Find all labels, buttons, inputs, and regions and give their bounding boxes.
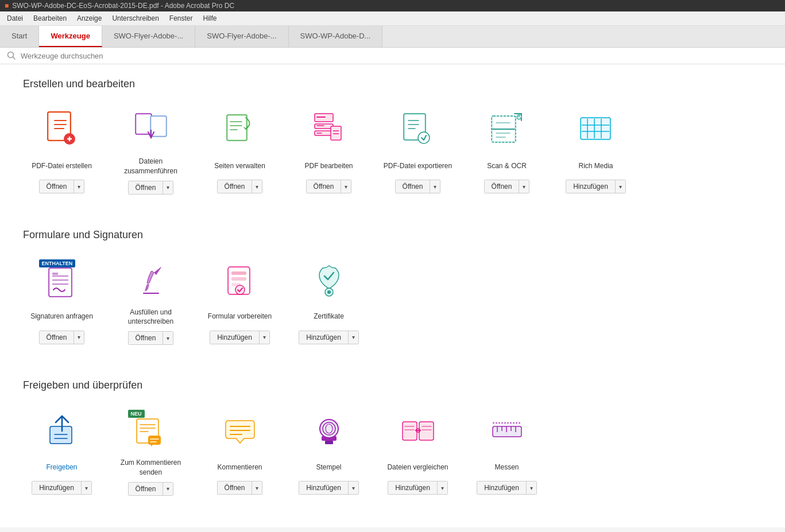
btn-zertifikate-dropdown[interactable]: ▾ — [348, 331, 358, 344]
btn-dateien-vergleichen-dropdown[interactable]: ▾ — [437, 481, 447, 494]
tool-seiten-verwalten: Seiten verwalten Öffnen ▾ — [201, 106, 279, 195]
menu-anzeige[interactable]: Anzeige — [72, 13, 106, 24]
tool-formular-vorbereiten: Formular vorbereiten Hinzufügen ▾ — [201, 257, 279, 345]
btn-group-messen: Hinzufügen ▾ — [477, 481, 537, 495]
tool-scan-ocr: Scan & OCR Öffnen ▾ — [468, 106, 546, 195]
menu-datei[interactable]: Datei — [2, 13, 28, 24]
tool-signaturen-anfragen: ENTHALTEN Signaturen anfragen Öffnen ▾ — [23, 257, 100, 345]
btn-rich-media[interactable]: Hinzufügen — [566, 180, 615, 193]
btn-rich-media-dropdown[interactable]: ▾ — [615, 180, 625, 193]
btn-zum-kommentieren-senden-dropdown[interactable]: ▾ — [163, 483, 173, 495]
btn-pdf-bearbeiten-dropdown[interactable]: ▾ — [341, 180, 351, 193]
btn-pdf-exportieren[interactable]: Öffnen — [396, 180, 430, 193]
menu-unterschreiben[interactable]: Unterschreiben — [107, 13, 163, 24]
menu-fenster[interactable]: Fenster — [165, 13, 198, 24]
tool-dateien-zusammenfuehren: Dateien zusammenführen Öffnen ▾ — [112, 106, 190, 195]
btn-pdf-exportieren-dropdown[interactable]: ▾ — [430, 180, 440, 193]
btn-group-pdf-exportieren: Öffnen ▾ — [395, 180, 441, 193]
tab-flyer1[interactable]: SWO-Flyer-Adobe-... — [102, 26, 195, 47]
tool-label-stempel: Stempel — [316, 458, 341, 476]
btn-pdf-erstellen-dropdown[interactable]: ▾ — [74, 180, 84, 193]
btn-group-stempel: Hinzufügen ▾ — [299, 481, 359, 495]
btn-group-signaturen-anfragen: Öffnen ▾ — [39, 331, 85, 344]
tool-icon-rich-media — [573, 106, 619, 152]
btn-signaturen-anfragen-dropdown[interactable]: ▾ — [74, 331, 84, 344]
btn-freigeben[interactable]: Hinzufügen — [32, 481, 81, 494]
btn-messen[interactable]: Hinzufügen — [477, 481, 526, 494]
btn-group-zertifikate: Hinzufügen ▾ — [299, 331, 359, 344]
btn-kommentieren-dropdown[interactable]: ▾ — [252, 481, 262, 494]
tool-zum-kommentieren-senden: NEU Zum Kommentieren senden Öffnen — [112, 407, 190, 496]
btn-pdf-bearbeiten[interactable]: Öffnen — [307, 180, 341, 193]
btn-group-pdf-bearbeiten: Öffnen ▾ — [306, 180, 352, 193]
tab-wp[interactable]: SWO-WP-Adobe-D... — [289, 26, 383, 47]
tool-icon-pdf-bearbeiten — [306, 106, 352, 152]
section-freigeben-title: Freigeben und überprüfen — [23, 379, 762, 391]
tool-freigeben: Freigeben Hinzufügen ▾ — [23, 407, 100, 496]
tab-start[interactable]: Start — [0, 26, 39, 47]
svg-point-59 — [327, 290, 331, 294]
tool-zertifikate: Zertifikate Hinzufügen ▾ — [290, 257, 368, 345]
main-content: Erstellen und bearbeiten PDF-Datei erste… — [0, 64, 785, 527]
tool-label-pdf-bearbeiten: PDF bearbeiten — [304, 157, 353, 175]
btn-signaturen-anfragen[interactable]: Öffnen — [40, 331, 74, 344]
btn-kommentieren[interactable]: Öffnen — [218, 481, 252, 494]
tab-werkzeuge[interactable]: Werkzeuge — [39, 26, 102, 47]
btn-zum-kommentieren-senden[interactable]: Öffnen — [129, 483, 163, 495]
btn-group-scan-ocr: Öffnen ▾ — [484, 180, 530, 193]
search-bar — [0, 48, 785, 64]
btn-ausfuellen-unterschreiben-dropdown[interactable]: ▾ — [163, 332, 173, 344]
svg-rect-40 — [582, 119, 609, 138]
menu-hilfe[interactable]: Hilfe — [199, 13, 222, 24]
section-erstellen-title: Erstellen und bearbeiten — [23, 78, 762, 90]
search-input[interactable] — [21, 52, 193, 60]
tool-icon-kommentieren — [217, 407, 263, 453]
tool-icon-dateien-vergleichen — [395, 407, 441, 453]
btn-ausfuellen-unterschreiben[interactable]: Öffnen — [129, 332, 163, 344]
btn-dateien-vergleichen[interactable]: Hinzufügen — [388, 481, 437, 494]
tool-label-formular-vorbereiten: Formular vorbereiten — [208, 308, 272, 326]
btn-freigeben-dropdown[interactable]: ▾ — [81, 481, 91, 494]
btn-group-dateien-zusammenfuehren: Öffnen ▾ — [128, 181, 174, 195]
btn-zertifikate[interactable]: Hinzufügen — [299, 331, 348, 344]
btn-stempel[interactable]: Hinzufügen — [299, 481, 348, 494]
btn-seiten-verwalten[interactable]: Öffnen — [218, 180, 252, 193]
tool-grid-formulare: ENTHALTEN Signaturen anfragen Öffnen ▾ — [23, 257, 762, 357]
tool-messen: Messen Hinzufügen ▾ — [468, 407, 546, 496]
tool-label-rich-media: Rich Media — [578, 157, 613, 175]
btn-formular-vorbereiten[interactable]: Hinzufügen — [210, 331, 259, 344]
badge-neu: NEU — [128, 410, 145, 418]
tool-grid-freigeben: Freigeben Hinzufügen ▾ NEU — [23, 407, 762, 507]
btn-scan-ocr[interactable]: Öffnen — [485, 180, 519, 193]
tool-label-pdf-exportieren: PDF-Datei exportieren — [384, 157, 452, 175]
btn-stempel-dropdown[interactable]: ▾ — [348, 481, 358, 494]
svg-rect-23 — [331, 126, 341, 140]
svg-rect-8 — [137, 115, 150, 133]
tool-label-pdf-erstellen: PDF-Datei erstellen — [32, 157, 92, 175]
btn-dateien-zusammenfuehren-dropdown[interactable]: ▾ — [163, 181, 173, 194]
btn-pdf-erstellen[interactable]: Öffnen — [40, 180, 74, 193]
tool-label-dateien-vergleichen: Dateien vergleichen — [387, 458, 448, 476]
tab-flyer2[interactable]: SWO-Flyer-Adobe-... — [195, 26, 288, 47]
btn-dateien-zusammenfuehren[interactable]: Öffnen — [129, 181, 163, 194]
btn-scan-ocr-dropdown[interactable]: ▾ — [519, 180, 529, 193]
tool-icon-signaturen-anfragen: ENTHALTEN — [39, 257, 85, 303]
tool-pdf-erstellen: PDF-Datei erstellen Öffnen ▾ — [23, 106, 100, 195]
title-text: SWO-WP-Adobe-DC-EoS-Acrobat-2015-DE.pdf … — [12, 2, 234, 10]
tool-icon-formular-vorbereiten — [217, 257, 263, 303]
menu-bearbeiten[interactable]: Bearbeiten — [29, 13, 71, 24]
btn-formular-vorbereiten-dropdown[interactable]: ▾ — [259, 331, 269, 344]
svg-point-35 — [516, 114, 522, 120]
btn-messen-dropdown[interactable]: ▾ — [526, 481, 536, 494]
tool-grid-erstellen: PDF-Datei erstellen Öffnen ▾ — [23, 106, 762, 206]
tool-icon-dateien-zusammenfuehren — [128, 106, 174, 152]
tool-label-scan-ocr: Scan & OCR — [487, 157, 527, 175]
tool-label-messen: Messen — [494, 458, 519, 476]
btn-seiten-verwalten-dropdown[interactable]: ▾ — [252, 180, 262, 193]
tool-icon-pdf-exportieren — [395, 106, 441, 152]
svg-rect-79 — [403, 422, 417, 440]
tool-label-zertifikate: Zertifikate — [314, 308, 344, 326]
svg-rect-75 — [325, 441, 333, 444]
btn-group-rich-media: Hinzufügen ▾ — [566, 180, 626, 193]
app-icon: ■ — [5, 2, 9, 10]
